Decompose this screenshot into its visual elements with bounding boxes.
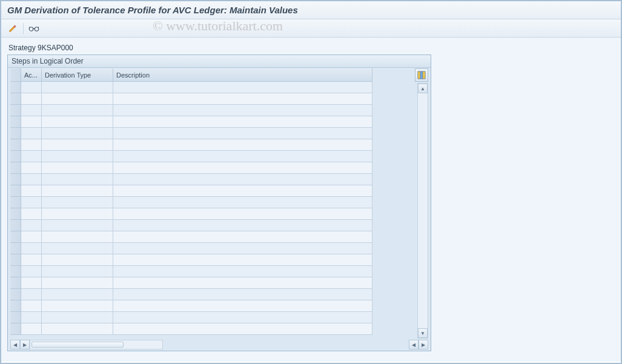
cell-ac[interactable]: [21, 82, 42, 93]
cell-ac[interactable]: [21, 93, 42, 105]
cell-derivation-type[interactable]: [42, 254, 113, 266]
cell-ac[interactable]: [21, 220, 42, 231]
cell-ac[interactable]: [21, 266, 42, 277]
edit-button[interactable]: [6, 22, 19, 35]
column-header-ac[interactable]: Ac...: [21, 68, 42, 82]
cell-ac[interactable]: [21, 128, 42, 139]
table-row[interactable]: [10, 93, 428, 105]
cell-description[interactable]: [113, 231, 372, 243]
scroll-right-end-icon[interactable]: ▶: [419, 340, 428, 349]
row-selector[interactable]: [10, 254, 21, 266]
table-row[interactable]: [10, 312, 428, 323]
cell-description[interactable]: [113, 139, 372, 151]
cell-derivation-type[interactable]: [42, 116, 113, 128]
row-selector[interactable]: [10, 266, 21, 277]
cell-description[interactable]: [113, 254, 372, 266]
cell-ac[interactable]: [21, 162, 42, 174]
row-selector[interactable]: [10, 116, 21, 128]
cell-description[interactable]: [113, 323, 372, 335]
table-row[interactable]: [10, 277, 428, 289]
cell-description[interactable]: [113, 151, 372, 162]
row-selector[interactable]: [10, 277, 21, 289]
row-selector[interactable]: [10, 162, 21, 174]
scroll-right-icon[interactable]: ◀: [409, 340, 419, 349]
row-selector[interactable]: [10, 93, 21, 105]
table-row[interactable]: [10, 289, 428, 300]
cell-ac[interactable]: [21, 174, 42, 185]
table-row[interactable]: [10, 139, 428, 151]
table-row[interactable]: [10, 105, 428, 116]
cell-ac[interactable]: [21, 277, 42, 289]
cell-description[interactable]: [113, 289, 372, 300]
table-row[interactable]: [10, 323, 428, 335]
cell-description[interactable]: [113, 185, 372, 197]
cell-derivation-type[interactable]: [42, 243, 113, 254]
table-row[interactable]: [10, 82, 428, 93]
cell-description[interactable]: [113, 243, 372, 254]
row-selector[interactable]: [10, 105, 21, 116]
cell-derivation-type[interactable]: [42, 266, 113, 277]
table-row[interactable]: [10, 220, 428, 231]
table-row[interactable]: [10, 116, 428, 128]
cell-description[interactable]: [113, 128, 372, 139]
row-selector[interactable]: [10, 231, 21, 243]
cell-derivation-type[interactable]: [42, 174, 113, 185]
cell-derivation-type[interactable]: [42, 105, 113, 116]
row-selector[interactable]: [10, 197, 21, 208]
display-button[interactable]: [27, 22, 41, 35]
cell-ac[interactable]: [21, 243, 42, 254]
row-selector[interactable]: [10, 312, 21, 323]
select-all-handle[interactable]: [10, 68, 21, 82]
table-row[interactable]: [10, 266, 428, 277]
cell-description[interactable]: [113, 312, 372, 323]
cell-derivation-type[interactable]: [42, 93, 113, 105]
cell-ac[interactable]: [21, 116, 42, 128]
row-selector[interactable]: [10, 174, 21, 185]
scroll-track[interactable]: [418, 93, 428, 328]
cell-derivation-type[interactable]: [42, 208, 113, 220]
row-selector[interactable]: [10, 300, 21, 312]
cell-derivation-type[interactable]: [42, 220, 113, 231]
cell-derivation-type[interactable]: [42, 300, 113, 312]
cell-description[interactable]: [113, 93, 372, 105]
row-selector[interactable]: [10, 82, 21, 93]
table-row[interactable]: [10, 174, 428, 185]
cell-ac[interactable]: [21, 151, 42, 162]
cell-description[interactable]: [113, 300, 372, 312]
table-row[interactable]: [10, 151, 428, 162]
cell-derivation-type[interactable]: [42, 312, 113, 323]
row-selector[interactable]: [10, 208, 21, 220]
cell-ac[interactable]: [21, 323, 42, 335]
cell-ac[interactable]: [21, 254, 42, 266]
cell-ac[interactable]: [21, 105, 42, 116]
column-header-description[interactable]: Description: [113, 68, 372, 82]
cell-derivation-type[interactable]: [42, 185, 113, 197]
cell-derivation-type[interactable]: [42, 197, 113, 208]
cell-derivation-type[interactable]: [42, 231, 113, 243]
cell-ac[interactable]: [21, 185, 42, 197]
cell-ac[interactable]: [21, 231, 42, 243]
vertical-scrollbar[interactable]: ▲ ▼: [417, 83, 428, 339]
scroll-down-icon[interactable]: ▼: [418, 328, 428, 338]
row-selector[interactable]: [10, 185, 21, 197]
row-selector[interactable]: [10, 139, 21, 151]
cell-description[interactable]: [113, 116, 372, 128]
cell-derivation-type[interactable]: [42, 82, 113, 93]
scroll-left-begin-icon[interactable]: ◀: [10, 340, 20, 349]
cell-description[interactable]: [113, 220, 372, 231]
table-row[interactable]: [10, 231, 428, 243]
cell-description[interactable]: [113, 208, 372, 220]
cell-derivation-type[interactable]: [42, 151, 113, 162]
row-selector[interactable]: [10, 220, 21, 231]
row-selector[interactable]: [10, 289, 21, 300]
row-selector[interactable]: [10, 128, 21, 139]
table-row[interactable]: [10, 197, 428, 208]
table-row[interactable]: [10, 162, 428, 174]
cell-derivation-type[interactable]: [42, 128, 113, 139]
cell-derivation-type[interactable]: [42, 139, 113, 151]
table-row[interactable]: [10, 300, 428, 312]
cell-ac[interactable]: [21, 289, 42, 300]
cell-derivation-type[interactable]: [42, 162, 113, 174]
row-selector[interactable]: [10, 151, 21, 162]
scroll-left-icon[interactable]: ▶: [20, 340, 30, 349]
